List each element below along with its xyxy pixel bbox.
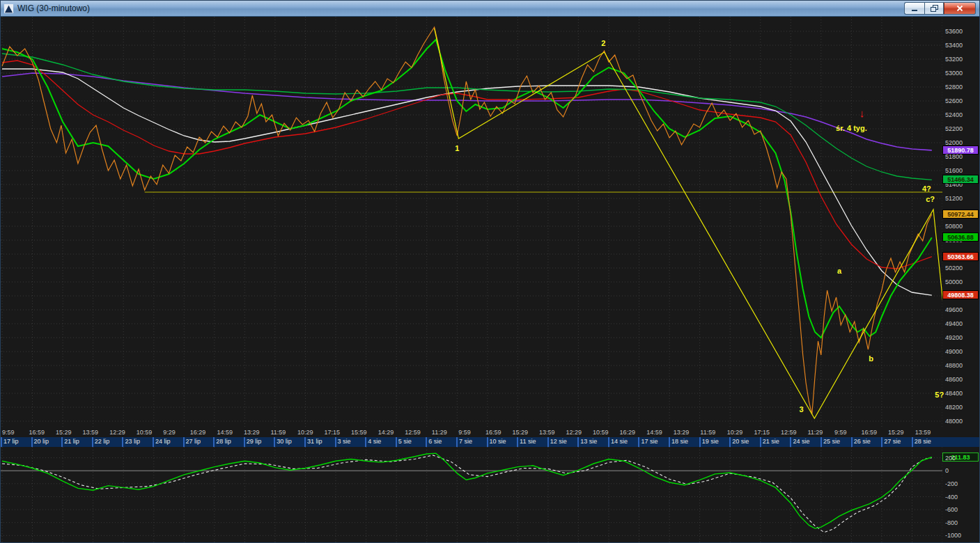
price-axis-tick: 48600 [945, 376, 963, 383]
close-button[interactable] [944, 2, 976, 15]
time-axis-tick: 13:59 [83, 429, 99, 436]
time-axis-tick: 10:29 [297, 429, 313, 436]
time-axis-tick: 10:59 [593, 429, 609, 436]
time-axis-tick: 11:59 [700, 429, 715, 436]
app-window: WIG (30-minutowo) 5360053400532005300052… [0, 0, 980, 543]
date-axis-tick: 28 sie [912, 437, 942, 447]
price-y-axis: 5360053400532005300052800526005240052200… [945, 17, 980, 428]
price-axis-tick: 53400 [945, 42, 963, 49]
series-osc-green [2, 453, 932, 528]
close-icon [956, 5, 963, 12]
date-axis-tick: 3 sie [335, 437, 366, 447]
time-axis-tick: 13:59 [915, 429, 931, 436]
date-axis-tick: 6 sie [426, 437, 456, 447]
price-label-ma-fast-green: 50636.88 [942, 233, 979, 242]
date-axis-tick: 13 sie [577, 437, 608, 447]
date-axis-tick: 21 lip [61, 437, 92, 447]
date-axis-tick: 31 lip [304, 437, 335, 447]
price-axis-tick: 52600 [945, 97, 963, 104]
time-axis-tick: 12:59 [405, 429, 421, 436]
date-axis-tick: 7 sie [456, 437, 487, 447]
price-label-ma-4week: 51890.78 [942, 145, 979, 155]
price-axis-tick: 52800 [945, 84, 963, 90]
date-axis-tick: 4 sie [365, 437, 396, 447]
time-axis-tick: 14:59 [646, 429, 662, 436]
series-ma-white [2, 69, 932, 295]
date-axis-tick: 24 sie [790, 437, 820, 447]
date-axis-tick: 27 sie [881, 437, 912, 447]
date-axis-tick: 5 sie [396, 437, 426, 447]
time-axis-tick: 9:59 [2, 429, 15, 436]
time-axis-tick: 9:59 [834, 429, 847, 436]
date-axis-tick: 17 sie [638, 437, 669, 447]
date-axis-tick: 17 lip [1, 437, 31, 447]
time-axis-tick: 17:15 [754, 429, 770, 436]
window-controls [904, 2, 976, 15]
time-axis-tick: 11:29 [808, 429, 823, 436]
time-axis-tick: 12:29 [109, 429, 125, 436]
date-axis: 17 lip20 lip21 lip22 lip23 lip24 lip27 l… [1, 437, 979, 447]
price-label-ma-red: 50363.66 [942, 252, 979, 261]
restore-button[interactable] [924, 2, 944, 15]
price-axis-tick: 51200 [945, 195, 963, 202]
price-axis-tick: 48800 [945, 362, 963, 369]
oscillator-plot[interactable] [1, 447, 942, 543]
restore-icon [931, 5, 938, 13]
series-osc-white-dashed [2, 455, 932, 533]
price-label-ma-slow-green: 51466.34 [942, 175, 979, 184]
time-axis-tick: 13:29 [244, 429, 260, 436]
date-axis-tick: 20 lip [31, 437, 62, 447]
time-axis: 9:5916:5915:2913:5912:2910:599:2916:2914… [1, 428, 979, 437]
time-axis-tick: 16:29 [620, 429, 636, 436]
osc-axis-tick: -400 [945, 494, 958, 501]
app-icon [3, 3, 14, 14]
date-axis-tick: 30 lip [274, 437, 304, 447]
date-axis-tick: 21 sie [760, 437, 791, 447]
date-axis-tick: 12 sie [547, 437, 578, 447]
price-chart-plot[interactable] [1, 17, 942, 428]
time-axis-tick: 14:29 [378, 429, 394, 436]
date-axis-tick: 20 sie [729, 437, 760, 447]
price-axis-tick: 51600 [945, 167, 963, 174]
time-axis-tick: 16:59 [485, 429, 501, 436]
time-axis-tick: 12:59 [781, 429, 797, 436]
price-axis-tick: 49600 [945, 306, 963, 313]
price-axis-tick: 52200 [945, 125, 963, 132]
date-axis-tick: 22 lip [92, 437, 123, 447]
time-axis-tick: 15:29 [56, 429, 72, 436]
date-axis-tick: 18 sie [669, 437, 699, 447]
date-axis-tick: 28 lip [213, 437, 244, 447]
osc-axis-tick: -600 [945, 506, 958, 513]
osc-axis-tick: -1000 [945, 532, 961, 539]
date-axis-tick: 25 sie [820, 437, 851, 447]
time-axis-tick: 16:59 [29, 429, 45, 436]
oscillator-y-axis: 2000-200-400-600-800-1000 [945, 447, 980, 543]
time-axis-tick: 10:59 [137, 429, 153, 436]
time-axis-tick: 13:29 [674, 429, 690, 436]
price-axis-tick: 53600 [945, 28, 963, 35]
time-axis-tick: 9:29 [163, 429, 176, 436]
time-axis-tick: 15:29 [888, 429, 904, 436]
price-axis-tick: 53000 [945, 70, 963, 77]
minimize-icon [911, 5, 918, 12]
time-axis-tick: 16:59 [862, 429, 878, 436]
date-axis-tick: 14 sie [608, 437, 639, 447]
date-axis-tick: 23 lip [122, 437, 153, 447]
time-axis-tick: 15:29 [512, 429, 528, 436]
time-axis-tick: 15:59 [351, 429, 367, 436]
minimize-button[interactable] [904, 2, 924, 15]
time-axis-tick: 17:15 [325, 429, 341, 436]
date-axis-tick: 19 sie [699, 437, 730, 447]
chart-window-content: 5360053400532005300052800526005240052200… [1, 17, 979, 542]
price-axis-tick: 48200 [945, 404, 963, 411]
time-axis-tick: 10:29 [727, 429, 743, 436]
price-label-ma-white: 49808.38 [942, 290, 979, 299]
date-axis-tick: 11 sie [517, 437, 547, 447]
time-axis-tick: 12:29 [566, 429, 582, 436]
date-axis-tick: 24 lip [153, 437, 183, 447]
price-axis-tick: 49400 [945, 320, 963, 327]
price-axis-tick: 49000 [945, 348, 963, 355]
price-axis-tick: 49200 [945, 334, 963, 341]
time-axis-tick: 16:29 [190, 429, 206, 436]
price-axis-tick: 50800 [945, 223, 963, 230]
